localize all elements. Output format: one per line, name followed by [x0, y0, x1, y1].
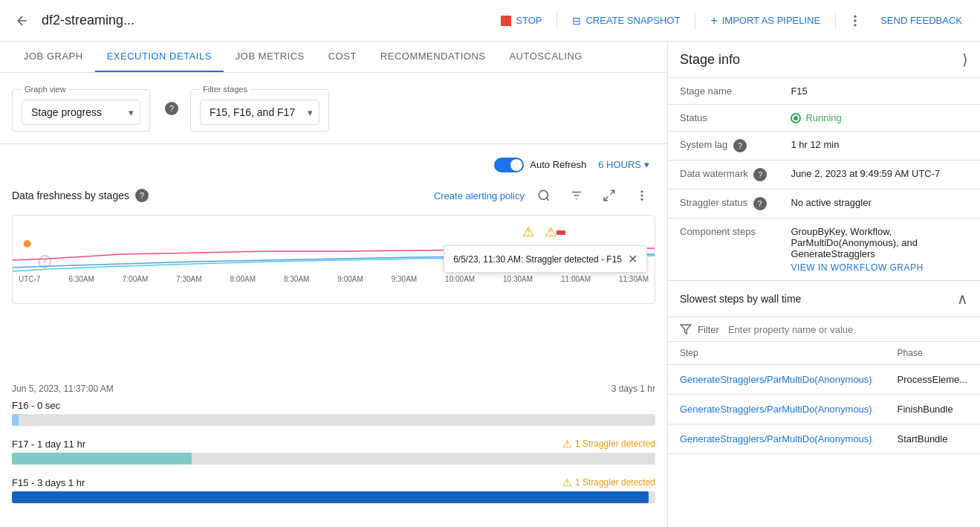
system-lag-help-icon[interactable]: ?: [733, 139, 747, 152]
bar-label-row-f15: F15 - 3 days 1 hr ⚠ 1 Straggler detected: [12, 476, 655, 488]
view-workflow-graph-link[interactable]: VIEW IN WORKFLOW GRAPH: [791, 262, 923, 273]
graph-view-help-icon[interactable]: ?: [165, 102, 178, 115]
step-phase-1: FinishBundle: [886, 395, 980, 424]
tooltip-text: 6/5/23, 11:30 AM: Straggler detected - F…: [453, 254, 622, 265]
phase-col-header: Phase: [886, 342, 980, 365]
filter-stages-fieldset: Filter stages F15, F16, and F17 ▾ F15, F…: [190, 85, 329, 132]
step-row-1: GenerateStragglers/ParMultiDo(Anonymous)…: [668, 395, 980, 424]
chart-warning-icons: ⚠ ⚠: [518, 222, 565, 242]
import-button[interactable]: + IMPORT AS PIPELINE: [701, 10, 829, 32]
step-phase-0: ProcessEleme...: [886, 365, 980, 395]
chart-actions: Create alerting policy: [434, 182, 655, 209]
warning-badge-2: ⚠: [545, 222, 565, 242]
steps-table-header: Step Phase: [668, 342, 980, 365]
snapshot-icon: ⊟: [572, 15, 581, 27]
info-row-stage-name: Stage name F15: [668, 78, 980, 105]
x-label-10: 11:00AM: [561, 275, 591, 283]
tab-autoscaling[interactable]: AUTOSCALING: [497, 42, 594, 72]
x-label-9: 10:30AM: [503, 275, 533, 283]
x-label-6: 9:00AM: [337, 275, 363, 283]
bar-row-f16: F16 - 0 sec: [12, 400, 655, 426]
tab-cost[interactable]: COST: [317, 42, 369, 72]
svg-line-8: [604, 197, 608, 201]
x-label-0: UTC-7: [19, 275, 40, 283]
status-running-indicator: Running: [791, 112, 968, 123]
filter-stages-label: Filter stages: [200, 85, 250, 94]
chart-area: ⚠ ⚠: [12, 215, 655, 304]
small-bar: [556, 230, 565, 235]
stage-info-header: Stage info ⟩: [668, 42, 980, 78]
stage-name-value: F15: [779, 78, 980, 105]
more-menu-button[interactable]: [842, 7, 869, 34]
chart-fullscreen-button[interactable]: [596, 182, 623, 209]
straggler-status-help-icon[interactable]: ?: [753, 197, 767, 210]
bars-meta-right: 3 days 1 hr: [611, 384, 655, 394]
info-row-component-steps: Component steps GroupByKey, Workflow, Pa…: [668, 219, 980, 281]
chart-header: Data freshness by stages ? Create alerti…: [12, 182, 655, 209]
feedback-button[interactable]: SEND FEEDBACK: [872, 10, 971, 30]
bars-section: Jun 5, 2023, 11:37:00 AM 3 days 1 hr F16…: [0, 378, 667, 527]
info-row-system-lag: System lag ? 1 hr 12 min: [668, 132, 980, 161]
svg-text:?: ?: [42, 258, 46, 266]
step-name-2: GenerateStragglers/ParMultiDo(Anonymous): [668, 424, 886, 454]
bars-meta-left: Jun 5, 2023, 11:37:00 AM: [12, 384, 114, 394]
stage-info-title: Stage info: [680, 52, 740, 68]
x-label-7: 9:30AM: [392, 275, 417, 283]
status-running-dot: [791, 113, 801, 123]
tooltip-close-icon[interactable]: ✕: [628, 252, 637, 266]
x-label-4: 8:00AM: [230, 275, 256, 283]
x-label-2: 7:00AM: [123, 275, 148, 283]
stop-button[interactable]: STOP: [492, 10, 551, 30]
warning-triangle-icon-1: ⚠: [522, 224, 534, 240]
filter-input[interactable]: [728, 324, 968, 335]
progress-bar-outer-f15: [12, 491, 655, 503]
back-button[interactable]: [9, 7, 36, 34]
stop-label: STOP: [516, 15, 542, 26]
snapshot-button[interactable]: ⊟ CREATE SNAPSHOT: [563, 10, 689, 31]
import-label: IMPORT AS PIPELINE: [722, 15, 820, 26]
tab-execution-details[interactable]: EXECUTION DETAILS: [95, 42, 224, 72]
svg-marker-15: [681, 325, 690, 334]
component-steps-label: Component steps: [668, 219, 779, 281]
data-watermark-help-icon[interactable]: ?: [753, 168, 767, 181]
chart-more-button[interactable]: [629, 182, 655, 209]
filter-stages-select-wrapper[interactable]: F15, F16, and F17 ▾ F15, F16, and F17: [200, 100, 319, 125]
expand-panel-icon[interactable]: ⟩: [962, 51, 968, 68]
snapshot-label: CREATE SNAPSHOT: [585, 15, 680, 26]
chart-tooltip: 6/5/23, 11:30 AM: Straggler detected - F…: [444, 245, 647, 273]
slowest-steps-header[interactable]: Slowest steps by wall time ∧: [668, 281, 980, 317]
straggler-status-value: No active straggler: [779, 190, 980, 219]
warning-triangle-icon-2: ⚠: [545, 224, 556, 240]
system-lag-label: System lag ?: [668, 132, 779, 161]
warning-badge-1: ⚠: [518, 222, 539, 242]
tab-job-graph[interactable]: JOB GRAPH: [12, 42, 95, 72]
straggler-badge-f17: ⚠ 1 Straggler detected: [562, 438, 655, 450]
graph-view-select-wrapper[interactable]: Stage progress ▾ Stage progress: [22, 100, 140, 125]
tab-job-metrics[interactable]: JOB METRICS: [224, 42, 317, 72]
info-row-data-watermark: Data watermark ? June 2, 2023 at 9:49:59…: [668, 161, 980, 190]
x-label-5: 8:30AM: [284, 275, 309, 283]
auto-refresh-label: Auto Refresh: [530, 159, 586, 170]
chart-filter-button[interactable]: [563, 182, 590, 209]
step-phase-2: StartBundle: [886, 424, 980, 454]
topbar: df2-streaming... STOP ⊟ CREATE SNAPSHOT …: [0, 0, 980, 42]
step-row-2: GenerateStragglers/ParMultiDo(Anonymous)…: [668, 424, 980, 454]
bar-row-f17: F17 - 1 day 11 hr ⚠ 1 Straggler detected: [12, 438, 655, 465]
step-name-1: GenerateStragglers/ParMultiDo(Anonymous): [668, 395, 886, 424]
straggler-triangle-icon-f15: ⚠: [562, 476, 572, 488]
bars-meta: Jun 5, 2023, 11:37:00 AM 3 days 1 hr: [12, 384, 655, 394]
x-label-11: 11:30AM: [619, 275, 649, 283]
create-alert-link[interactable]: Create alerting policy: [434, 190, 525, 201]
chart-help-icon[interactable]: ?: [135, 189, 149, 202]
svg-point-2: [854, 24, 857, 26]
slowest-steps-title: Slowest steps by wall time: [680, 293, 801, 305]
auto-refresh-toggle[interactable]: [494, 158, 524, 172]
bar-label-f15: F15 - 3 days 1 hr: [12, 477, 85, 488]
job-title: df2-streaming...: [42, 13, 134, 28]
chart-search-button[interactable]: [530, 182, 557, 209]
status-value: Running: [779, 105, 980, 132]
feedback-label: SEND FEEDBACK: [880, 15, 962, 26]
x-axis-labels: UTC-7 6:30AM 7:00AM 7:30AM 8:00AM 8:30AM…: [13, 275, 655, 283]
tab-recommendations[interactable]: RECOMMENDATIONS: [369, 42, 498, 72]
hours-button[interactable]: 6 HOURS ▾: [592, 156, 655, 173]
